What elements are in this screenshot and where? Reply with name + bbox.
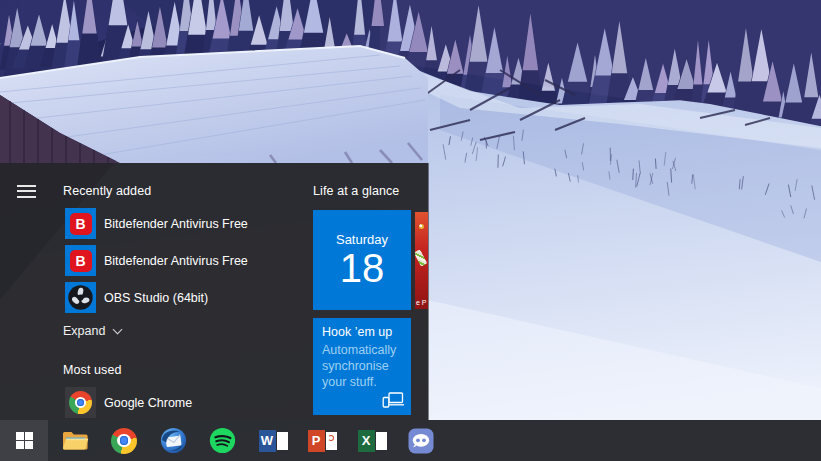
spotify-icon[interactable]: [202, 420, 242, 461]
tile-artwork: [419, 224, 424, 229]
recently-added-header: Recently added: [63, 184, 151, 198]
sync-promo-tile[interactable]: Hook ’em up Automatically synchronise yo…: [313, 318, 411, 415]
bitdefender-icon: B: [65, 245, 96, 276]
windows-start-icon[interactable]: [0, 420, 48, 461]
expand-button[interactable]: Expand: [63, 324, 121, 338]
sync-tile-title: Hook ’em up: [322, 325, 402, 339]
taskbar: W P X: [0, 420, 821, 461]
partial-tile-label: e P: [416, 299, 427, 306]
powerpoint-icon[interactable]: P: [302, 420, 342, 461]
google-chrome-icon: [65, 387, 96, 418]
thunderbird-icon[interactable]: [153, 420, 193, 461]
app-item-google-chrome[interactable]: Google Chrome: [65, 387, 345, 418]
partial-game-tile[interactable]: e P: [415, 212, 428, 309]
bitdefender-icon: B: [65, 208, 96, 239]
devices-sync-icon: [382, 392, 404, 409]
chevron-down-icon: [113, 324, 123, 334]
most-used-header: Most used: [63, 363, 122, 377]
word-page: [277, 432, 288, 450]
app-item-bitdefender-2[interactable]: B Bitdefender Antivirus Free: [65, 245, 345, 276]
desktop: Recently added B Bitdefender Antivirus F…: [0, 0, 821, 461]
word-icon[interactable]: W: [253, 420, 293, 461]
app-item-bitdefender-1[interactable]: B Bitdefender Antivirus Free: [65, 208, 345, 239]
sync-tile-body: Automatically synchronise your stuff.: [322, 342, 402, 390]
google-chrome-icon[interactable]: [104, 420, 144, 461]
calendar-day-name: Saturday: [313, 232, 411, 247]
file-explorer-icon[interactable]: [55, 420, 95, 461]
powerpoint-chart: [328, 435, 334, 441]
app-item-label: OBS Studio (64bit): [104, 291, 208, 305]
app-item-obs-studio[interactable]: OBS Studio (64bit): [65, 282, 345, 313]
calendar-tile[interactable]: Saturday 18: [313, 210, 411, 310]
calendar-day-number: 18: [313, 247, 411, 289]
excel-icon[interactable]: X: [352, 420, 392, 461]
discord-icon[interactable]: [401, 420, 441, 461]
app-item-label: Bitdefender Antivirus Free: [104, 254, 248, 268]
hamburger-menu-icon[interactable]: [17, 185, 36, 198]
tile-artwork: [415, 249, 427, 266]
app-item-label: Bitdefender Antivirus Free: [104, 217, 248, 231]
app-item-label: Google Chrome: [104, 396, 192, 410]
obs-studio-icon: [65, 282, 96, 313]
tile-group-header: Life at a glance: [313, 184, 399, 198]
excel-page: [376, 432, 387, 450]
start-menu: Recently added B Bitdefender Antivirus F…: [0, 163, 428, 420]
